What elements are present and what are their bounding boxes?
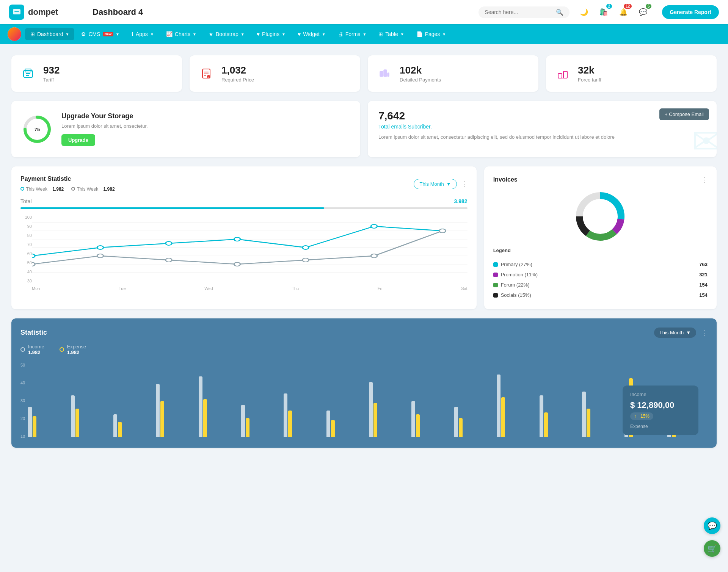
svg-point-37 <box>234 262 240 266</box>
logo-icon <box>9 5 24 20</box>
legend-dot-1 <box>20 187 24 191</box>
bar-white-14 <box>582 392 586 437</box>
cart-btn[interactable]: 🛍️ 2 <box>597 5 610 19</box>
primary-value: 763 <box>699 262 708 267</box>
svg-point-31 <box>303 246 309 249</box>
income-arrow-up: ↑ <box>634 414 636 419</box>
search-icon: 🔍 <box>556 9 563 16</box>
nav-item-dashboard[interactable]: ⊞ Dashboard ▼ <box>25 28 74 40</box>
nav-item-cms[interactable]: ⚙ CMS New ▼ <box>76 28 125 40</box>
income-legend-label: Income <box>28 344 44 349</box>
bar-white-3 <box>113 414 117 437</box>
compose-email-button[interactable]: + Compose Email <box>659 108 709 120</box>
charts-arrow: ▼ <box>193 32 196 36</box>
cms-icon: ⚙ <box>81 31 86 37</box>
email-bg-icon: ✉ <box>692 121 717 157</box>
search-area[interactable]: 🔍 <box>479 6 570 18</box>
income-badge: ↑ +15% <box>630 412 653 420</box>
nav-item-widget[interactable]: ♥ Widget ▼ <box>292 28 331 40</box>
income-dot <box>20 347 25 352</box>
stat-card-force-tariff: 32k Force tariff <box>546 55 717 92</box>
nav-item-bootstrap[interactable]: ★ Bootstrap ▼ <box>203 28 250 40</box>
bar-yellow-3 <box>118 422 122 437</box>
generate-report-button[interactable]: Generate Report <box>662 5 719 19</box>
bar-yellow-4 <box>160 401 164 437</box>
bar-group-10 <box>411 401 452 437</box>
bar-yellow-1 <box>33 416 36 437</box>
bar-group-3 <box>113 414 154 437</box>
chat-btn[interactable]: 💬 5 <box>636 5 650 19</box>
line-chart-wrap: 100 90 80 70 60 50 40 30 <box>20 215 468 291</box>
legend-item-primary: Primary (27%) 763 <box>493 259 708 270</box>
invoices-menu-button[interactable]: ⋮ <box>701 176 708 184</box>
legend-item-forum: Forum (22%) 154 <box>493 280 708 290</box>
tariff-number: 932 <box>43 64 60 76</box>
forum-color <box>493 283 498 287</box>
theme-toggle-btn[interactable]: 🌙 <box>577 5 591 19</box>
income-panel: Income $ 12,890,00 ↑ +15% Expense <box>623 386 698 435</box>
expense-legend: Expense 1.982 <box>60 344 86 355</box>
nav-item-table[interactable]: ⊞ Table ▼ <box>373 28 409 40</box>
income-legend-value: 1.982 <box>28 349 44 355</box>
bar-yellow-6 <box>246 418 249 437</box>
table-arrow: ▼ <box>400 32 404 36</box>
legend-section: Primary (27%) 763 Promotion (11%) 321 Fo… <box>493 259 708 300</box>
nav-item-charts[interactable]: 📈 Charts ▼ <box>161 28 202 40</box>
nav-dashboard-label: Dashboard <box>37 31 63 37</box>
bell-btn[interactable]: 🔔 12 <box>617 5 630 19</box>
svg-text:+: + <box>208 76 209 78</box>
nav-items: ⊞ Dashboard ▼ ⚙ CMS New ▼ ℹ Apps ▼ 📈 Cha… <box>25 28 451 40</box>
apps-icon: ℹ <box>132 31 133 37</box>
donut-wrap: 75 <box>22 114 52 144</box>
payment-title: Payment Statistic <box>20 176 115 182</box>
storage-description: Lorem ipsum dolor sit amet, onsectetur. <box>61 123 148 129</box>
bar-white-1 <box>28 407 32 437</box>
chart-menu-button[interactable]: ⋮ <box>461 180 468 188</box>
income-amount: $ 12,890,00 <box>630 400 691 410</box>
charts-icon: 📈 <box>166 31 173 37</box>
tariff-icon <box>19 64 37 83</box>
expense-section-label: Expense <box>630 424 691 429</box>
logo-text: dompet <box>28 7 58 17</box>
expense-dot <box>60 347 64 352</box>
cart-fab[interactable]: 🛒 <box>704 540 720 557</box>
bar-yellow-9 <box>373 403 377 437</box>
this-month-button[interactable]: This Month ▼ <box>414 179 457 189</box>
header: dompet Dashboard 4 🔍 🌙 🛍️ 2 🔔 12 💬 5 Gen… <box>0 0 728 24</box>
x-axis-labels: Mon Tue Wed Thu Fri Sat <box>32 286 468 291</box>
nav-widget-label: Widget <box>303 31 320 37</box>
support-fab[interactable]: 💬 <box>704 517 720 534</box>
nav-cms-label: CMS <box>88 31 100 37</box>
storage-card: 75 Upgrade Your Storage Lorem ipsum dolo… <box>11 101 360 157</box>
bar-group-7 <box>284 393 324 437</box>
search-input[interactable] <box>485 9 553 15</box>
svg-point-36 <box>166 258 172 262</box>
legend-title: Legend <box>493 248 708 253</box>
line-chart-inner: 100 90 80 70 60 50 40 30 <box>20 215 468 291</box>
income-panel-title: Income <box>630 392 691 397</box>
svg-point-30 <box>234 237 240 241</box>
chart-controls: This Month ▼ ⋮ <box>414 179 467 189</box>
bar-group-11 <box>454 407 494 437</box>
line-chart-svg <box>32 215 468 283</box>
nav-item-apps[interactable]: ℹ Apps ▼ <box>126 28 159 40</box>
email-number: 7,642 <box>378 110 706 122</box>
dashboard-arrow: ▼ <box>66 32 69 36</box>
bar-group-2 <box>71 395 111 437</box>
statistic-this-month-button[interactable]: This Month ▼ <box>654 328 696 338</box>
legend2-value: 1.982 <box>104 186 115 192</box>
legend-dot-2 <box>71 187 75 191</box>
bar-yellow-11 <box>459 418 463 437</box>
bar-group-6 <box>241 405 281 437</box>
nav-item-pages[interactable]: 📄 Pages ▼ <box>411 28 452 40</box>
svg-rect-12 <box>380 71 383 77</box>
bar-yellow-14 <box>587 409 590 437</box>
upgrade-button[interactable]: Upgrade <box>61 134 95 146</box>
chart-area: Mon Tue Wed Thu Fri Sat <box>32 215 468 291</box>
nav-item-plugins[interactable]: ♥ Plugins ▼ <box>251 28 291 40</box>
bootstrap-icon: ★ <box>209 31 213 37</box>
nav-item-forms[interactable]: 🖨 Forms ▼ <box>333 28 372 40</box>
statistic-menu-button[interactable]: ⋮ <box>701 329 708 337</box>
statistic-controls: This Month ▼ ⋮ <box>654 328 708 338</box>
nav-plugins-label: Plugins <box>262 31 279 37</box>
